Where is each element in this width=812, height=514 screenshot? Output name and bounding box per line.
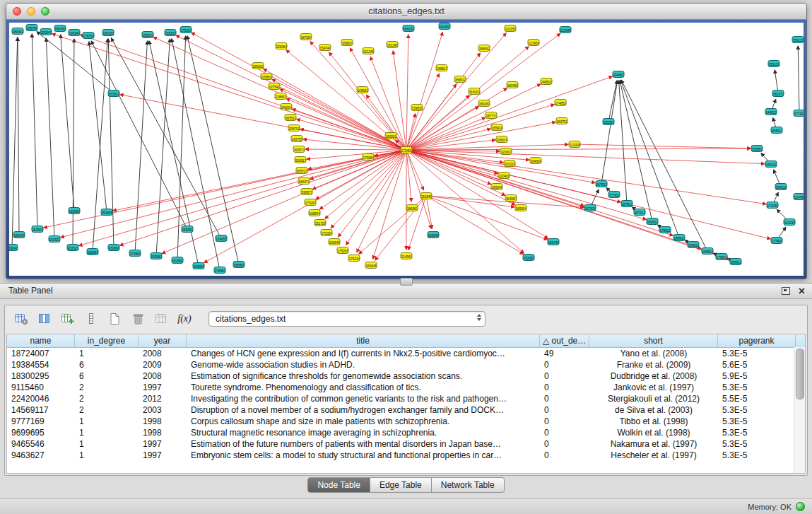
graph-node[interactable]: 20034121 bbox=[40, 28, 52, 35]
graph-node[interactable]: 16257126 bbox=[293, 146, 305, 153]
zoom-window-button[interactable] bbox=[41, 7, 49, 16]
tab-network-table[interactable]: Network Table bbox=[432, 477, 505, 493]
graph-node[interactable]: 17232426 bbox=[321, 229, 333, 236]
column-selector-button[interactable] bbox=[35, 310, 54, 328]
graph-node[interactable]: 20679317 bbox=[288, 124, 300, 132]
graph-node[interactable]: 17623416 bbox=[348, 255, 360, 262]
graph-node[interactable]: 16152120 bbox=[32, 226, 44, 233]
column-header-year[interactable]: year bbox=[139, 334, 187, 347]
graph-node[interactable]: 17520564 bbox=[337, 247, 349, 254]
graph-node[interactable]: 19152120 bbox=[49, 235, 61, 243]
graph-node[interactable]: 16344554 bbox=[365, 262, 377, 269]
graph-node[interactable]: 18637337 bbox=[298, 177, 310, 185]
graph-node[interactable]: 18791219 bbox=[621, 200, 633, 207]
scrollbar-thumb[interactable] bbox=[796, 349, 804, 399]
graph-node[interactable]: 22040937 bbox=[498, 172, 510, 179]
column-header-name[interactable]: name bbox=[7, 334, 75, 347]
graph-node[interactable]: 19296046 bbox=[151, 252, 163, 259]
graph-node[interactable]: 30672113 bbox=[296, 167, 308, 174]
graph-node[interactable]: 16854460 bbox=[309, 209, 321, 216]
graph-node[interactable]: 24200473 bbox=[281, 103, 293, 110]
function-builder-button[interactable]: f(x) bbox=[175, 310, 194, 328]
close-panel-icon[interactable]: × bbox=[799, 284, 805, 298]
table-row[interactable]: 1872400712008Changes of HCN gene express… bbox=[7, 348, 805, 359]
graph-node[interactable]: 18991219 bbox=[730, 258, 742, 265]
graph-node[interactable]: 12194563 bbox=[560, 26, 572, 33]
graph-node[interactable]: 15651230 bbox=[454, 76, 466, 83]
graph-node[interactable]: 14413243 bbox=[765, 160, 777, 168]
graph-node[interactable]: 18630274 bbox=[252, 62, 264, 69]
graph-node[interactable]: 18351205 bbox=[285, 114, 297, 121]
graph-node[interactable]: 15184549 bbox=[420, 192, 433, 199]
graph-node[interactable]: 18046093 bbox=[507, 81, 519, 88]
graph-node[interactable]: 31620174 bbox=[469, 88, 481, 95]
graph-node[interactable]: 18504953 bbox=[491, 183, 503, 190]
graph-node[interactable]: 17791219 bbox=[608, 191, 620, 198]
graph-node[interactable]: 20181204 bbox=[108, 90, 120, 97]
table-row[interactable]: 977716911998Corpus callosum shape and si… bbox=[7, 416, 805, 427]
graph-node[interactable]: 21854705 bbox=[275, 93, 287, 100]
graph-node[interactable]: 16791219 bbox=[596, 180, 608, 187]
graph-node[interactable]: 18638307 bbox=[406, 204, 418, 211]
float-panel-icon[interactable] bbox=[782, 287, 790, 295]
graph-node[interactable]: 18004121 bbox=[13, 231, 25, 238]
graph-node[interactable]: 18516302 bbox=[102, 29, 114, 36]
graph-node[interactable]: 16626154 bbox=[478, 100, 490, 107]
graph-node[interactable]: 14451243 bbox=[765, 108, 777, 115]
tab-node-table[interactable]: Node Table bbox=[307, 477, 370, 493]
graph-node[interactable]: 15891219 bbox=[688, 241, 700, 248]
graph-node[interactable]: 18034121 bbox=[12, 28, 24, 35]
graph-node[interactable]: 17891219 bbox=[659, 226, 671, 233]
table-row[interactable]: 1456911722003Disruption of a novel membe… bbox=[7, 404, 805, 416]
column-header-short[interactable]: short bbox=[589, 334, 718, 347]
table-row[interactable]: 1830029562008Estimation of significance … bbox=[7, 370, 805, 382]
graph-node[interactable]: 15474064 bbox=[319, 44, 331, 51]
graph-node[interactable]: 24850363 bbox=[541, 78, 553, 85]
graph-node[interactable]: 15654230 bbox=[478, 45, 490, 52]
window-titlebar[interactable]: citations_edges.txt bbox=[6, 4, 806, 20]
graph-node[interactable]: 16591145 bbox=[491, 124, 503, 131]
graph-node[interactable]: 15296046 bbox=[172, 257, 184, 264]
graph-node[interactable]: 13474104 bbox=[794, 193, 804, 200]
graph-node[interactable]: 18227343 bbox=[772, 90, 784, 97]
graph-node[interactable]: 12481552 bbox=[216, 235, 228, 242]
graph-node[interactable]: 12160752 bbox=[500, 148, 512, 155]
column-header-out-degree[interactable]: △ out_de… bbox=[540, 334, 589, 347]
column-header-pagerank[interactable]: pagerank bbox=[718, 334, 796, 347]
graph-node[interactable]: 17710354 bbox=[794, 110, 804, 117]
graph-node[interactable]: 16101627 bbox=[504, 160, 516, 167]
graph-node[interactable]: 17991219 bbox=[716, 253, 728, 260]
graph-node[interactable]: 22606473 bbox=[276, 42, 288, 49]
graph-node[interactable]: 17296046 bbox=[129, 250, 141, 257]
graph-node[interactable]: 17749104 bbox=[771, 237, 783, 244]
graph-node[interactable]: 25260550 bbox=[101, 209, 113, 216]
graph-node[interactable]: 15905131 bbox=[182, 226, 194, 233]
graph-node[interactable]: 16296046 bbox=[108, 244, 120, 251]
graph-node[interactable]: 22680273 bbox=[261, 73, 273, 80]
table-row[interactable]: 1938455462009Genome-wide association stu… bbox=[7, 359, 805, 370]
new-table-button[interactable] bbox=[105, 310, 124, 328]
graph-node[interactable]: 12754104 bbox=[269, 83, 281, 90]
graph-node[interactable]: 19245031 bbox=[523, 254, 535, 261]
graph-node[interactable]: 16358709 bbox=[505, 194, 517, 201]
graph-node[interactable]: 19861739 bbox=[436, 64, 448, 71]
graph-node[interactable]: 18384549 bbox=[428, 231, 440, 238]
table-row[interactable]: 911546021997Tourette syndrome. Phenomeno… bbox=[7, 382, 805, 393]
graph-node[interactable]: 17485293 bbox=[555, 99, 567, 106]
graph-node[interactable]: 16516302 bbox=[165, 29, 177, 36]
row-tools-button[interactable] bbox=[82, 310, 100, 328]
table-scrollbar[interactable] bbox=[794, 347, 805, 473]
graph-node[interactable]: 15124549 bbox=[387, 41, 399, 48]
graph-node[interactable]: 15913074 bbox=[792, 36, 804, 43]
graph-node[interactable]: 16103054 bbox=[784, 218, 796, 226]
tab-edge-table[interactable]: Edge Table bbox=[370, 477, 432, 493]
graph-node[interactable]: 18286046 bbox=[69, 207, 81, 214]
graph-node[interactable]: 17508434 bbox=[363, 153, 375, 160]
graph-node[interactable]: 17529719 bbox=[305, 199, 317, 206]
graph-node[interactable]: 10607427 bbox=[496, 136, 508, 143]
graph-node[interactable]: 19264514 bbox=[329, 238, 341, 245]
graph-node[interactable]: 18896046 bbox=[233, 261, 245, 268]
graph-node[interactable]: 16982019 bbox=[341, 39, 353, 46]
delete-table-button[interactable] bbox=[129, 310, 147, 328]
graph-node[interactable]: 14275512 bbox=[291, 135, 303, 142]
